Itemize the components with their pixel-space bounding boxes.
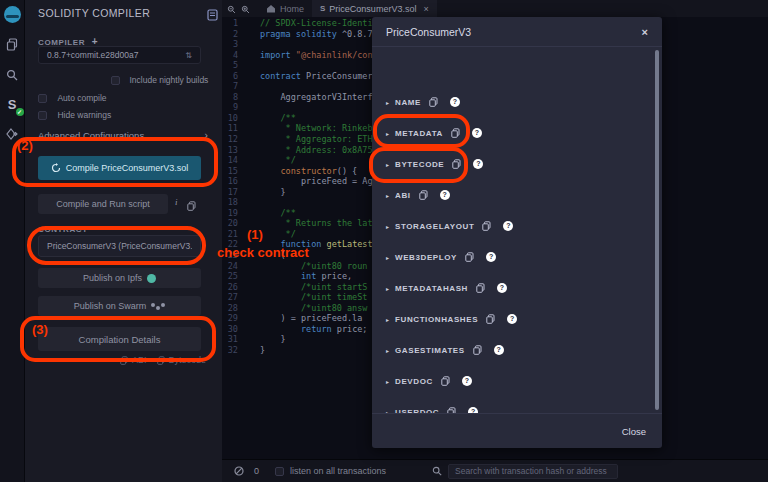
help-icon[interactable]: ? xyxy=(450,97,460,107)
code-line: 8 AggregatorV3Interfac xyxy=(222,92,393,103)
expand-arrow-icon[interactable]: ▸ xyxy=(386,316,389,323)
modal-close-icon[interactable]: × xyxy=(642,26,648,38)
line-number: 9 xyxy=(222,102,238,113)
copy-icon[interactable] xyxy=(465,252,474,262)
close-button[interactable]: Close xyxy=(622,426,646,437)
search-icon[interactable] xyxy=(4,66,21,83)
code-line: 16 priceFeed = Aggr xyxy=(222,176,393,187)
line-number: 28 xyxy=(222,303,238,314)
copy-icon[interactable] xyxy=(441,376,450,386)
tab-home[interactable]: Home xyxy=(258,0,312,17)
help-icon[interactable]: ? xyxy=(507,314,517,324)
line-number: 2 xyxy=(222,29,238,40)
expand-arrow-icon[interactable]: ▸ xyxy=(386,223,389,230)
help-icon[interactable]: ? xyxy=(503,221,513,231)
publish-ipfs-button[interactable]: Publish on Ipfs xyxy=(38,268,201,288)
copy-icon[interactable] xyxy=(476,283,485,293)
line-number: 6 xyxy=(222,71,238,82)
code-line: 26 /*uint startS xyxy=(222,282,393,293)
panel-docs-icon[interactable] xyxy=(207,7,218,25)
line-number: 27 xyxy=(222,292,238,303)
modal-row-web3deploy[interactable]: ▸WEB3DEPLOY? xyxy=(372,250,662,264)
line-number: 4 xyxy=(222,50,238,61)
modal-row-storagelayout[interactable]: ▸STORAGELAYOUT? xyxy=(372,219,662,233)
line-number: 7 xyxy=(222,81,238,92)
modal-row-metadata[interactable]: ▸METADATA? xyxy=(372,126,662,140)
zoom-out-icon[interactable] xyxy=(227,0,236,18)
expand-arrow-icon[interactable]: ▸ xyxy=(386,99,389,106)
line-number: 31 xyxy=(222,334,238,345)
clear-transactions-icon[interactable] xyxy=(234,462,244,480)
copy-icon[interactable] xyxy=(452,159,461,169)
copy-abi-icon[interactable] xyxy=(120,356,128,365)
copy-icon[interactable] xyxy=(486,314,495,324)
code-line: 3 xyxy=(222,39,393,50)
modal-row-functionhashes[interactable]: ▸FUNCTIONHASHES? xyxy=(372,312,662,326)
expand-arrow-icon[interactable]: ▸ xyxy=(386,192,389,199)
compiler-version-select[interactable]: 0.8.7+commit.e28d00a7 ⇅ xyxy=(38,46,201,64)
solidity-compiler-icon[interactable]: S✓ xyxy=(4,96,21,113)
copy-icon[interactable] xyxy=(482,221,491,231)
compilation-details-button[interactable]: Compilation Details xyxy=(38,327,201,351)
code-line: 1// SPDX-License-Identifier xyxy=(222,18,393,29)
auto-compile-checkbox[interactable] xyxy=(38,94,47,103)
close-tab-icon[interactable]: × xyxy=(423,4,428,14)
modal-scrollbar[interactable] xyxy=(655,50,659,410)
publish-swarm-button[interactable]: Publish on Swarm xyxy=(38,296,201,316)
expand-arrow-icon[interactable]: ▸ xyxy=(386,161,389,168)
tab-priceconsumerv3[interactable]: S PriceConsumerV3.sol × xyxy=(312,0,437,17)
code-line: 13 * Address: 0x8A7536 xyxy=(222,145,393,156)
modal-row-abi[interactable]: ▸ABI? xyxy=(372,188,662,202)
nightly-builds-checkbox[interactable] xyxy=(111,76,120,85)
copy-icon[interactable] xyxy=(419,190,428,200)
code-content[interactable]: 1// SPDX-License-Identifier2pragma solid… xyxy=(222,18,393,356)
expand-arrow-icon[interactable]: ▸ xyxy=(386,285,389,292)
expand-arrow-icon[interactable]: ▸ xyxy=(386,378,389,385)
expand-arrow-icon[interactable]: ▸ xyxy=(386,254,389,261)
help-icon[interactable]: ? xyxy=(494,345,504,355)
help-icon[interactable]: ? xyxy=(462,376,472,386)
help-icon[interactable]: ? xyxy=(472,128,482,138)
modal-row-bytecode[interactable]: ▸BYTECODE? xyxy=(372,157,662,171)
modal-row-userdoc[interactable]: ▸USERDOC? xyxy=(372,405,662,413)
contract-select[interactable]: PriceConsumerV3 (PriceConsumerV3.s xyxy=(38,235,201,257)
modal-row-gasestimates[interactable]: ▸GASESTIMATES? xyxy=(372,343,662,357)
terminal-bar: 0 listen on all transactions xyxy=(222,459,768,482)
code-line: 2pragma solidity ^0.8.7; xyxy=(222,29,393,40)
modal-row-name[interactable]: ▸NAME? xyxy=(372,95,662,109)
transaction-count: 0 xyxy=(254,466,259,476)
modal-row-devdoc[interactable]: ▸DEVDOC? xyxy=(372,374,662,388)
copy-script-icon[interactable] xyxy=(187,197,196,215)
help-icon[interactable]: ? xyxy=(486,252,496,262)
code-line: 18 xyxy=(222,197,393,208)
compile-button[interactable]: Compile PriceConsumerV3.sol xyxy=(38,156,201,180)
remix-logo[interactable] xyxy=(4,6,21,23)
help-icon[interactable]: ? xyxy=(497,283,507,293)
code-line: 22 function getLatestPr xyxy=(222,239,393,250)
modal-header: PriceConsumerV3 × xyxy=(372,17,662,47)
copy-bytecode-icon[interactable] xyxy=(157,356,165,365)
hide-warnings-checkbox[interactable] xyxy=(38,111,47,120)
expand-arrow-icon[interactable]: ▸ xyxy=(386,347,389,354)
compile-and-run-button[interactable]: Compile and Run script xyxy=(38,194,168,214)
deploy-run-icon[interactable] xyxy=(4,126,21,143)
line-number: 11 xyxy=(222,123,238,134)
zoom-in-icon[interactable] xyxy=(241,0,250,18)
transaction-search-input[interactable] xyxy=(448,464,618,479)
code-line: 9 xyxy=(222,102,393,113)
code-line: 23 ( xyxy=(222,250,393,261)
listen-transactions-checkbox[interactable] xyxy=(275,467,284,476)
copy-icon[interactable] xyxy=(451,128,460,138)
help-icon[interactable]: ? xyxy=(473,159,483,169)
file-explorer-icon[interactable] xyxy=(4,36,21,53)
advanced-configurations-toggle[interactable]: Advanced Configurations › xyxy=(38,130,208,141)
line-number: 21 xyxy=(222,229,238,240)
select-caret-icon: ⇅ xyxy=(185,51,192,60)
info-icon[interactable]: i xyxy=(175,197,178,207)
expand-arrow-icon[interactable]: ▸ xyxy=(386,130,389,137)
copy-icon[interactable] xyxy=(429,97,438,107)
modal-row-metadatahash[interactable]: ▸METADATAHASH? xyxy=(372,281,662,295)
help-icon[interactable]: ? xyxy=(440,190,450,200)
code-line: 20 * Returns the lates xyxy=(222,218,393,229)
copy-icon[interactable] xyxy=(473,345,482,355)
